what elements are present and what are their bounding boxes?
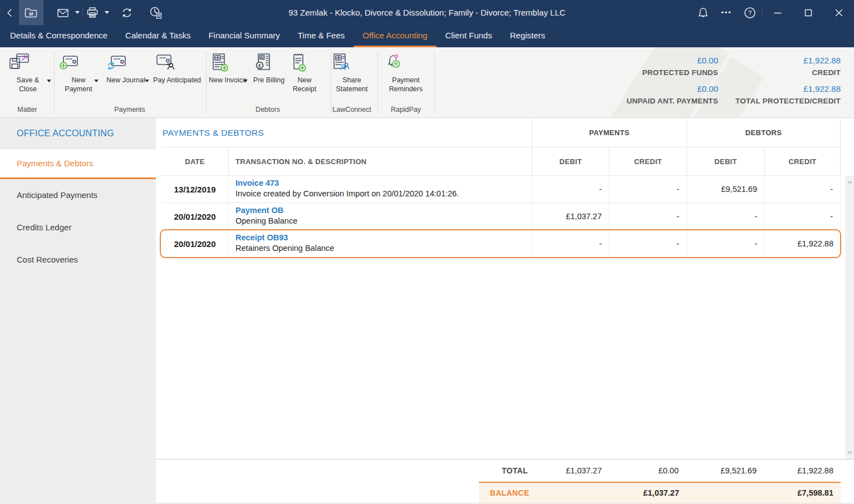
save-close-dropdown[interactable] [47,80,51,82]
time-recording-button[interactable] [146,0,165,25]
matter-folder-icon: M [24,6,38,19]
pre-billing-button[interactable]: R £ Pre Billing [252,53,286,85]
payments-debtors-grid: PAYMENTS & DEBTORS PAYMENTS DEBTORS DATE… [156,118,854,504]
column-header-debtors-debit[interactable]: DEBIT [686,147,764,175]
balance-label: BALANCE [490,483,529,503]
grid-title: PAYMENTS & DEBTORS [163,118,264,147]
new-receipt-button[interactable]: New Receipt [287,53,322,94]
tab-label: Client Funds [445,31,492,40]
totals-footer: TOTAL £1,037.27 £0.00 £9,521.69 £1,922.8… [156,459,854,504]
print-dropdown[interactable] [102,0,112,25]
table-row-selected[interactable]: 20/01/2020 Receipt OB93 Retainers Openin… [161,230,841,258]
transaction-link[interactable]: Receipt OB93 [235,233,532,242]
unpaid-ant-payments-value: £0.00 [697,84,718,93]
total-debtors-credit: £1,922.88 [797,459,833,482]
new-journal-button[interactable]: New Journal [106,53,146,85]
transaction-link[interactable]: Invoice 473 [235,179,532,187]
credit-value: £1,922.88 [803,56,841,65]
payments-credit-value: - [609,176,686,202]
table-row[interactable]: 20/01/2020 Payment OB Opening Balance £1… [161,203,841,230]
total-payments-credit: £0.00 [659,459,679,482]
scroll-down-button[interactable] [845,448,854,457]
new-journal-dropdown[interactable] [145,80,149,82]
payments-credit-value: - [609,203,686,230]
chevron-left-icon [6,8,13,18]
total-protected-credit-value: £1,922.88 [803,84,841,93]
payment-reminders-button[interactable]: R Payment Reminders [380,53,431,94]
more-options-button[interactable]: ••• [715,0,738,25]
column-header-description[interactable]: TRANSACTION NO. & DESCRIPTION [228,147,532,175]
save-close-label: Save & Close [17,76,39,93]
tab-time-fees[interactable]: Time & Fees [289,25,354,47]
column-header-payments-debit[interactable]: DEBIT [532,147,609,175]
new-payment-button[interactable]: New Payment [58,53,99,94]
new-invoice-dropdown[interactable] [243,80,248,82]
refresh-button[interactable] [117,0,136,25]
email-button[interactable] [53,0,72,25]
new-payment-dropdown[interactable] [94,80,99,82]
group-label-rapidpay: RapidPay [391,106,421,113]
vertical-scrollbar[interactable] [845,176,854,459]
row-date: 13/12/2019 [161,176,228,202]
new-journal-label: New Journal [106,76,145,84]
balance-payments-value: £1,037.27 [643,483,679,503]
new-receipt-label: New Receipt [293,76,316,93]
minimize-icon [774,9,782,17]
new-payment-label: New Payment [65,76,92,93]
svg-text:R: R [394,61,398,67]
column-header-payments-credit[interactable]: CREDIT [609,147,686,175]
back-button[interactable] [0,0,19,25]
close-button[interactable] [823,0,854,25]
bell-icon [698,7,709,19]
payments-credit-value: - [609,230,686,257]
minimize-button[interactable] [762,0,793,25]
sidebar-item-payments-debtors[interactable]: Payments & Debtors [0,149,156,179]
tab-registers[interactable]: Registers [501,25,554,47]
pay-anticipated-button[interactable]: Pay Anticipated [153,53,202,85]
footer-divider [156,503,854,503]
ellipsis-icon: ••• [721,8,732,17]
pay-anticipated-icon [153,53,202,73]
transaction-link[interactable]: Payment OB [235,206,532,215]
column-header-debtors-credit[interactable]: CREDIT [764,147,841,175]
tab-label: Calendar & Tasks [125,31,190,40]
scroll-up-button[interactable] [845,178,854,187]
share-statement-button[interactable]: Share Statement [328,53,375,94]
credit-label: CREDIT [812,68,841,77]
transaction-description: Invoice created by Conversion Import on … [235,189,459,198]
printer-icon [86,7,99,19]
help-button[interactable]: ? [738,0,762,25]
save-close-button[interactable]: Save & Close [8,53,48,94]
svg-text:£: £ [258,63,261,68]
content-area: OFFICE ACCOUNTING Payments & Debtors Ant… [0,118,854,504]
column-header-date[interactable]: DATE [161,147,228,175]
notifications-button[interactable] [691,0,715,25]
sidebar-item-cost-recoveries[interactable]: Cost Recoveries [0,244,156,276]
account-summary-panel: £0.00 PROTECTED FUNDS £1,922.88 CREDIT £… [587,47,854,118]
new-invoice-icon [208,53,248,73]
tab-details-correspondence[interactable]: Details & Correspondence [1,25,116,47]
debtors-credit-value: - [764,176,841,202]
group-label-lawconnect: LawConnect [332,106,371,113]
tab-financial-summary[interactable]: Financial Summary [199,25,288,47]
print-button[interactable] [83,0,102,25]
column-headers: DATE TRANSACTION NO. & DESCRIPTION DEBIT… [161,147,841,176]
matter-button[interactable]: M [19,0,43,25]
sidebar-item-label: Cost Recoveries [17,255,78,264]
payments-debit-value: £1,037.27 [532,203,609,230]
app-window: M [0,0,854,504]
sidebar-item-anticipated-payments[interactable]: Anticipated Payments [0,179,156,211]
sidebar-item-credits-ledger[interactable]: Credits Ledger [0,211,156,244]
pre-billing-icon: R £ [252,53,286,73]
new-invoice-button[interactable]: New Invoice [208,53,248,85]
row-description-cell: Receipt OB93 Retainers Opening Balance [228,230,532,257]
payment-reminders-label: Payment Reminders [389,76,423,93]
tab-office-accounting[interactable]: Office Accounting [354,25,436,47]
tab-client-funds[interactable]: Client Funds [436,25,501,47]
total-row: TOTAL £1,037.27 £0.00 £9,521.69 £1,922.8… [156,459,854,482]
group-label-payments: Payments [114,106,145,113]
email-dropdown[interactable] [72,0,82,25]
tab-calendar-tasks[interactable]: Calendar & Tasks [116,25,199,47]
table-row[interactable]: 13/12/2019 Invoice 473 Invoice created b… [161,176,841,203]
maximize-button[interactable] [793,0,823,25]
